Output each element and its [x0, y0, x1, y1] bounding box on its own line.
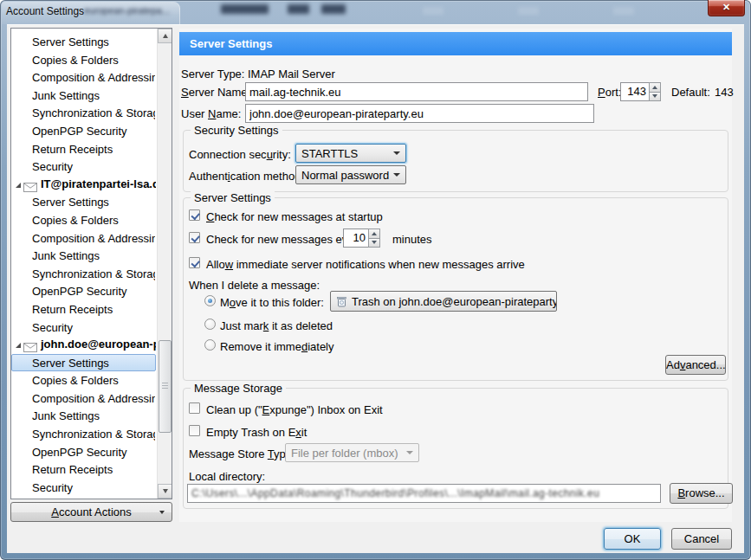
sidebar-item-junk-settings[interactable]: Junk Settings: [11, 247, 156, 265]
connection-security-label: Connection security:: [189, 148, 291, 162]
move-to-folder-label[interactable]: Move it to this folder:: [220, 296, 324, 310]
authentication-method-label: Authentication method:: [189, 170, 304, 183]
redacted-titlebar-item: [321, 4, 346, 14]
account-header-it-piratenpartei-lsa-de[interactable]: IT@piratenpartei-lsa.de: [11, 176, 156, 194]
message-storage-group: Message Storage Clean up ("Expunge") Inb…: [183, 388, 728, 509]
notifications-label[interactable]: Allow immediate server notifications whe…: [206, 258, 525, 272]
minutes-spin-down-button[interactable]: [368, 238, 380, 248]
security-settings-group: Security Settings Connection security: S…: [183, 130, 728, 192]
delete-heading: When I delete a message:: [189, 279, 320, 293]
empty-trash-label[interactable]: Empty Trash on Exit: [206, 426, 307, 440]
account-header-john-doe-european-pir[interactable]: john.doe@european-pir...: [11, 336, 156, 354]
sidebar-item-openpgp-security[interactable]: OpenPGP Security: [11, 282, 156, 300]
cleanup-checkbox[interactable]: [189, 402, 200, 414]
mark-deleted-radio[interactable]: [204, 319, 216, 330]
sidebar-item-copies-folders[interactable]: Copies & Folders: [11, 211, 156, 229]
port-spin-down-button[interactable]: [649, 92, 661, 102]
sidebar-item-security[interactable]: Security: [11, 479, 156, 497]
sidebar-item-synchronization-storage[interactable]: Synchronization & Storage: [11, 104, 156, 122]
check-every-checkbox[interactable]: [189, 232, 200, 243]
chevron-down-icon: [159, 511, 165, 514]
close-button[interactable]: ✕: [708, 0, 745, 16]
triangle-down-icon: [163, 489, 168, 493]
authentication-method-select[interactable]: Normal password: [295, 165, 406, 184]
port-spinner: 143: [620, 82, 661, 101]
server-settings-group: Server Settings Check for new messages a…: [183, 197, 728, 381]
account-tree-list: Server SettingsCopies & FoldersCompositi…: [11, 29, 156, 496]
redacted-titlebar-item: [518, 7, 539, 15]
ok-button-label: OK: [625, 532, 641, 545]
scroll-down-button[interactable]: [158, 484, 172, 499]
empty-trash-checkbox[interactable]: [189, 425, 200, 436]
ok-button[interactable]: OK: [604, 528, 661, 550]
sidebar-item-openpgp-security[interactable]: OpenPGP Security: [11, 122, 156, 140]
sidebar-item-openpgp-security[interactable]: OpenPGP Security: [11, 443, 156, 461]
local-directory-input[interactable]: C:\Users\...\AppData\Roaming\Thunderbird…: [187, 484, 661, 503]
server-name-input[interactable]: [245, 82, 588, 101]
sidebar-item-junk-settings[interactable]: Junk Settings: [11, 407, 156, 425]
connection-security-select[interactable]: STARTTLS: [295, 144, 406, 163]
tree-scrollbar[interactable]: [157, 29, 172, 499]
sidebar-item-composition-addressing[interactable]: Composition & Addressing: [11, 389, 156, 408]
sidebar-item-server-settings[interactable]: Server Settings: [11, 193, 156, 211]
expander-icon[interactable]: [16, 343, 21, 348]
sidebar-item-return-receipts[interactable]: Return Receipts: [11, 460, 156, 479]
account-actions-label: Account Actions: [51, 505, 132, 518]
redacted-tab-text: european-piratepa...: [84, 5, 171, 16]
authentication-method-value: Normal password: [301, 169, 389, 182]
store-type-label: Message Store Type:: [189, 447, 295, 461]
port-input[interactable]: 143: [620, 82, 650, 101]
sidebar-item-return-receipts[interactable]: Return Receipts: [11, 300, 156, 319]
sidebar-item-composition-addressing[interactable]: Composition & Addressing: [11, 229, 156, 248]
sidebar-item-server-settings[interactable]: Server Settings: [11, 354, 156, 372]
sidebar-item-security[interactable]: Security: [11, 319, 156, 337]
sidebar-item-synchronization-storage[interactable]: Synchronization & Storage: [11, 425, 156, 443]
delete-folder-select[interactable]: Trash on john.doe@european-pirateparty.e…: [330, 291, 557, 312]
triangle-up-icon: [163, 34, 168, 38]
server-type-value: IMAP Mail Server: [248, 68, 335, 81]
sidebar-item-server-settings[interactable]: Server Settings: [11, 33, 156, 51]
check-startup-label[interactable]: Check for new messages at startup: [206, 210, 383, 224]
dropdown-arrow-icon: [406, 451, 413, 454]
account-settings-window: Account Settings european-piratepa... ✕ …: [0, 0, 751, 560]
sidebar-item-return-receipts[interactable]: Return Receipts: [11, 140, 156, 158]
cancel-button-label: Cancel: [684, 532, 719, 545]
expander-icon[interactable]: [16, 183, 21, 188]
security-settings-legend: Security Settings: [191, 124, 282, 137]
server-type-label: Server Type:: [181, 68, 244, 81]
remove-immediately-label[interactable]: Remove it immediately: [220, 340, 334, 354]
cleanup-label[interactable]: Clean up ("Expunge") Inbox on Exit: [206, 403, 383, 417]
scrollbar-thumb[interactable]: [159, 340, 172, 433]
notifications-checkbox[interactable]: [189, 257, 200, 268]
advanced-button[interactable]: Advanced...: [665, 355, 726, 375]
sidebar-item-copies-folders[interactable]: Copies & Folders: [11, 371, 156, 389]
dialog-content: Server SettingsCopies & FoldersCompositi…: [7, 24, 744, 553]
browse-button[interactable]: Browse...: [670, 483, 733, 504]
sidebar-item-composition-addressing[interactable]: Composition & Addressing: [11, 68, 156, 87]
browse-button-label: Browse...: [677, 486, 724, 499]
check-startup-checkbox[interactable]: [189, 209, 200, 221]
check-every-label[interactable]: Check for new messages every: [206, 233, 363, 247]
minutes-label: minutes: [392, 233, 432, 247]
trash-folder-icon: [336, 296, 347, 307]
user-name-input[interactable]: [245, 104, 594, 123]
sidebar-item-security[interactable]: Security: [11, 158, 156, 176]
redacted-titlebar-item: [288, 4, 309, 14]
sidebar-item-copies-folders[interactable]: Copies & Folders: [11, 51, 156, 69]
move-to-folder-radio[interactable]: [204, 295, 216, 306]
user-name-label: User Name:: [181, 107, 241, 121]
port-default-value: 143: [715, 86, 734, 100]
account-actions-button[interactable]: Account Actions: [10, 502, 172, 522]
dropdown-arrow-icon: [393, 173, 400, 177]
redacted-titlebar-item: [423, 7, 443, 15]
triangle-down-icon: [372, 241, 377, 244]
account-header-label: john.doe@european-pir...: [41, 338, 156, 351]
sidebar-item-synchronization-storage[interactable]: Synchronization & Storage: [11, 265, 156, 283]
mark-deleted-label[interactable]: Just mark it as deleted: [220, 319, 333, 333]
account-tree: Server SettingsCopies & FoldersCompositi…: [10, 28, 172, 499]
cancel-button[interactable]: Cancel: [671, 528, 732, 550]
remove-immediately-radio[interactable]: [204, 339, 216, 351]
sidebar-item-junk-settings[interactable]: Junk Settings: [11, 87, 156, 105]
scroll-up-button[interactable]: [158, 29, 172, 43]
check-every-input[interactable]: 10: [343, 229, 369, 248]
